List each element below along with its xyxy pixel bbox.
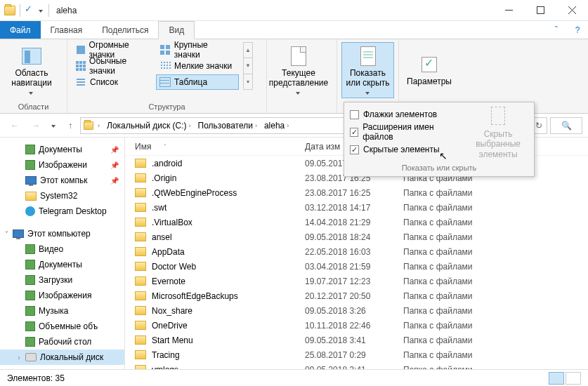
quick-access-toolbar [0, 4, 49, 17]
lib-icon [25, 306, 35, 316]
nav-quick-item[interactable]: Этот компьк 📌 [0, 173, 124, 188]
minimize-button[interactable] [493, 0, 525, 21]
file-row[interactable]: Nox_share 09.05.2018 3:26 Папка с файлам… [125, 303, 588, 318]
file-row[interactable]: .QtWebEngineProcess 23.08.2017 16:25 Пап… [125, 185, 588, 200]
details-view-button[interactable] [549, 372, 564, 385]
nav-pc-child[interactable]: Изображения [0, 288, 124, 303]
nav-pc-child[interactable]: Видео [0, 241, 124, 257]
lib-icon [25, 160, 35, 170]
layout-huge[interactable]: Огромные значки [72, 42, 155, 58]
checkbox-ext[interactable]: ✓ Расширения имен файлов [350, 122, 459, 142]
file-row[interactable]: vmlogs 09.05.2018 3:41 Папка с файлами [125, 362, 588, 369]
maximize-button[interactable] [525, 0, 556, 21]
tab-file[interactable]: Файл [0, 21, 41, 39]
navigation-pane-icon [22, 48, 41, 65]
options-button[interactable]: Параметры [403, 42, 455, 98]
drive-icon [84, 121, 93, 130]
show-hide-button[interactable]: Показать или скрыть [341, 42, 394, 98]
breadcrumb[interactable]: Локальный диск (C:)› [104, 118, 194, 133]
status-bar: Элементов: 35 [0, 369, 588, 386]
search-box[interactable]: 🔍 [550, 117, 582, 134]
checkbox-hidden[interactable]: ✓ Скрытые элементы [350, 145, 459, 154]
layout-list[interactable]: Список [72, 74, 155, 90]
expand-icon[interactable]: › [15, 354, 22, 361]
nav-quick-item[interactable]: System32 [0, 188, 124, 204]
nav-quick-item[interactable]: Документы 📌 [0, 142, 124, 157]
file-row[interactable]: ansel 09.05.2018 18:24 Папка с файлами [125, 229, 588, 244]
tab-home[interactable]: Главная [41, 21, 93, 39]
chevron-down-icon [365, 90, 371, 95]
window-title: aleha [49, 6, 77, 15]
lib-icon [25, 260, 35, 269]
nav-pc-child[interactable]: Рабочий стол [0, 334, 124, 350]
navigation-pane-button[interactable]: Область навигации [4, 42, 59, 98]
nav-quick-item[interactable]: Telegram Desktop [0, 204, 124, 219]
svg-rect-1 [537, 7, 544, 14]
huge-icons-icon [75, 44, 86, 55]
nav-pc-child[interactable]: Документы [0, 257, 124, 272]
layout-large[interactable]: Крупные значки [156, 42, 239, 58]
window-controls [493, 0, 588, 21]
collapse-icon[interactable]: ˅ [3, 230, 10, 238]
file-row[interactable]: .VirtualBox 14.04.2018 21:29 Папка с фай… [125, 215, 588, 229]
close-button[interactable] [556, 0, 588, 21]
qat-dropdown-icon[interactable] [39, 8, 44, 13]
tab-view[interactable]: Вид [158, 21, 195, 39]
scroll-more-icon[interactable]: ▾ [244, 74, 252, 89]
file-row[interactable]: AppData 22.05.2018 16:03 Папка с файлами [125, 244, 588, 259]
nav-quick-item[interactable]: Изображени 📌 [0, 157, 124, 173]
hide-selected-button: Скрыть выбранные элементы [466, 107, 530, 159]
nav-pc-child[interactable]: Музыка [0, 303, 124, 319]
scroll-down-icon[interactable]: ▼ [244, 58, 252, 74]
checkbox-flags[interactable]: Флажки элементов [350, 109, 459, 119]
nav-pc-child[interactable]: Объемные объ [0, 319, 124, 334]
file-row[interactable]: MicrosoftEdgeBackups 20.12.2017 20:50 Па… [125, 288, 588, 303]
large-icons-view-button[interactable] [566, 372, 581, 385]
current-view-icon [291, 46, 306, 66]
folder-icon [135, 173, 146, 182]
breadcrumb-root[interactable]: › [95, 118, 103, 133]
file-row[interactable]: Doctor Web 03.04.2018 21:59 Папка с файл… [125, 259, 588, 274]
item-count: 35 [55, 373, 65, 383]
file-row[interactable]: Evernote 19.07.2017 12:23 Папка с файлам… [125, 274, 588, 288]
layout-options: Огромные значки Крупные значки Обычные з… [72, 42, 239, 90]
pc-icon [25, 176, 37, 185]
file-row[interactable]: Tracing 25.08.2017 0:29 Папка с файлами [125, 347, 588, 362]
col-name[interactable]: Имяˆ [125, 142, 305, 152]
show-hide-dropdown: Флажки элементов ✓ Расширения имен файло… [344, 102, 535, 177]
nav-this-pc[interactable]: ˅ Этот компьютер [0, 226, 124, 241]
file-row[interactable]: .swt 03.12.2018 14:17 Папка с файлами [125, 200, 588, 215]
folder-icon [135, 306, 146, 315]
properties-icon[interactable] [25, 6, 34, 15]
tel-icon [25, 206, 35, 216]
folder-icon [135, 262, 146, 271]
forward-button[interactable]: → [27, 117, 45, 135]
lib-icon [25, 337, 35, 347]
folder-icon [135, 335, 146, 345]
help-icon[interactable]: ? [567, 21, 588, 39]
history-dropdown[interactable] [48, 117, 60, 135]
file-row[interactable]: Start Menu 09.05.2018 3:41 Папка с файла… [125, 333, 588, 347]
folder-icon [135, 159, 146, 168]
folder-icon [135, 247, 146, 256]
large-icons-icon [159, 44, 171, 55]
breadcrumb[interactable]: aleha› [261, 118, 292, 133]
file-row[interactable]: OneDrive 10.11.2018 22:46 Папка с файлам… [125, 318, 588, 333]
refresh-icon[interactable]: ↻ [535, 121, 542, 131]
layout-small[interactable]: Мелкие значки [156, 58, 239, 74]
current-view-button[interactable]: Текущее представление [271, 42, 326, 98]
layout-table[interactable]: Таблица [156, 74, 239, 90]
nav-pc-child[interactable]: › Локальный диск [0, 350, 124, 365]
small-icons-icon [159, 60, 171, 72]
tab-share[interactable]: Поделиться [92, 21, 158, 39]
folder-icon [135, 232, 146, 241]
breadcrumb[interactable]: Пользователи› [195, 118, 260, 133]
chevron-down-icon [29, 90, 34, 95]
up-button[interactable]: ↑ [63, 117, 77, 135]
scroll-up-icon[interactable]: ▲ [244, 43, 252, 58]
layout-medium[interactable]: Обычные значки [72, 58, 155, 74]
nav-pc-child[interactable]: Загрузки [0, 272, 124, 288]
ribbon-collapse-icon[interactable]: ˆ [546, 21, 567, 39]
folder-icon [135, 291, 146, 300]
back-button[interactable]: ← [6, 117, 24, 135]
